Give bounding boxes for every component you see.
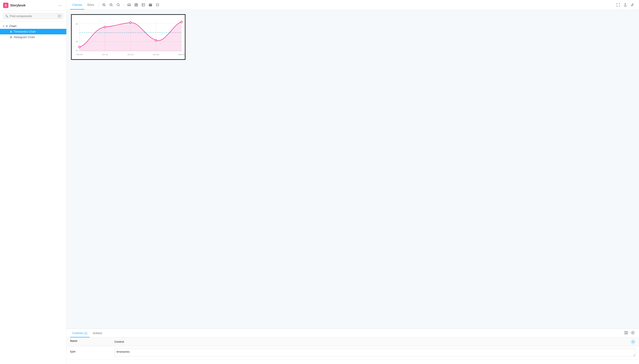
grid-icon: ⊞ <box>6 24 8 28</box>
svg-rect-18 <box>149 5 152 5</box>
more-options-button[interactable]: ⋯ <box>57 2 63 8</box>
divider-1 <box>99 3 99 7</box>
collapse-icon: ▾ <box>3 25 4 27</box>
svg-rect-19 <box>149 6 152 6</box>
app-name: Storybook <box>10 4 55 7</box>
crop-button[interactable] <box>154 2 161 8</box>
svg-text:25: 25 <box>76 50 78 52</box>
control-name-type: type <box>70 348 115 353</box>
component-icon-histogram: ◧ <box>10 36 13 38</box>
tree-section-label: Chart <box>9 24 17 28</box>
controls-table: Name Control type timeseries <box>67 338 639 360</box>
bottom-tab-actions-right <box>623 330 635 336</box>
tab-controls[interactable]: Controls (1) <box>70 329 90 338</box>
canvas-area: 45 35 25 Oct 09 O <box>67 10 639 328</box>
svg-rect-10 <box>135 3 136 5</box>
sidebar-header: S Storybook ⋯ <box>0 0 66 11</box>
svg-point-39 <box>79 46 80 48</box>
table-view-button[interactable] <box>140 2 146 8</box>
sidebar-item-label-timeseries: Timeseries Chart <box>14 30 36 33</box>
svg-rect-50 <box>626 332 628 334</box>
svg-rect-17 <box>149 4 152 4</box>
svg-text:45: 45 <box>76 23 78 25</box>
tab-actions[interactable]: Actions <box>91 329 105 338</box>
col-header-control-label: Control <box>115 340 630 344</box>
component-icon-timeseries: ◧ <box>10 30 13 33</box>
layout-button[interactable] <box>147 2 154 8</box>
sidebar-item-label-histogram: Histogram Chart <box>14 36 35 39</box>
svg-point-40 <box>104 26 106 28</box>
storybook-logo: S <box>3 3 9 8</box>
svg-text:Nov 06: Nov 06 <box>178 54 185 56</box>
svg-text:35: 35 <box>76 40 78 43</box>
svg-text:Oct 30: Oct 30 <box>153 54 159 56</box>
link-button[interactable] <box>629 2 635 8</box>
svg-line-1 <box>105 6 105 6</box>
svg-line-5 <box>112 6 113 6</box>
svg-point-41 <box>130 22 131 24</box>
timeseries-chart-svg: 45 35 25 Oct 09 O <box>72 15 185 59</box>
svg-line-8 <box>119 6 120 6</box>
zoom-out-button[interactable] <box>108 2 114 8</box>
col-header-control: Control <box>115 340 635 344</box>
controls-header-row: Name Control <box>67 338 639 346</box>
svg-rect-49 <box>624 332 626 334</box>
zoom-reset-button[interactable] <box>115 2 121 8</box>
search-box: 🔍 / <box>3 13 63 19</box>
search-input[interactable] <box>10 14 56 18</box>
search-shortcut: / <box>58 14 61 18</box>
svg-rect-12 <box>135 5 136 6</box>
svg-rect-13 <box>136 5 138 6</box>
svg-rect-20 <box>156 4 158 6</box>
svg-rect-14 <box>142 4 145 6</box>
close-panel-button[interactable] <box>630 330 635 336</box>
sidebar-item-timeseries[interactable]: ◧ Timeseries Chart <box>0 29 66 34</box>
main-area: Canvas Docs <box>67 0 639 364</box>
refresh-controls-button[interactable] <box>630 340 635 344</box>
table-row: type timeseries <box>67 346 639 360</box>
control-value-type: timeseries <box>115 348 635 357</box>
fullscreen-button[interactable] <box>615 2 621 8</box>
tab-docs[interactable]: Docs <box>85 0 96 10</box>
bottom-panel: Controls (1) Actions Name Control <box>67 328 639 364</box>
split-view-button[interactable] <box>623 330 629 336</box>
svg-point-43 <box>181 21 182 23</box>
svg-point-7 <box>117 4 119 6</box>
svg-rect-11 <box>136 3 138 5</box>
topnav-right <box>615 2 635 8</box>
sidebar: S Storybook ⋯ 🔍 / ▾ ⊞ Chart ◧ Timeseries… <box>0 0 67 364</box>
col-header-name: Name <box>70 340 115 344</box>
share-button[interactable] <box>622 2 628 8</box>
image-view-button[interactable] <box>126 2 132 8</box>
app-container: S Storybook ⋯ 🔍 / ▾ ⊞ Chart ◧ Timeseries… <box>0 0 639 364</box>
grid-view-button[interactable] <box>133 2 139 8</box>
topnav: Canvas Docs <box>67 0 639 10</box>
divider-2 <box>124 3 124 7</box>
sidebar-item-histogram[interactable]: ◧ Histogram Chart <box>0 34 66 40</box>
component-tree: ▾ ⊞ Chart ◧ Timeseries Chart ◧ Histogram… <box>0 22 66 364</box>
tree-section-chart[interactable]: ▾ ⊞ Chart <box>0 23 66 29</box>
zoom-in-button[interactable] <box>101 2 107 8</box>
tab-canvas[interactable]: Canvas <box>70 0 84 10</box>
chart-frame: 45 35 25 Oct 09 O <box>71 14 185 60</box>
bottom-tabs-bar: Controls (1) Actions <box>67 329 639 338</box>
search-icon: 🔍 <box>5 15 9 18</box>
search-area: 🔍 / <box>0 11 66 22</box>
svg-text:Oct 09: Oct 09 <box>77 54 83 56</box>
type-control-input[interactable]: timeseries <box>115 348 635 356</box>
svg-text:Oct 23: Oct 23 <box>128 54 134 56</box>
svg-point-42 <box>155 40 157 41</box>
svg-text:Oct 16: Oct 16 <box>102 54 108 56</box>
